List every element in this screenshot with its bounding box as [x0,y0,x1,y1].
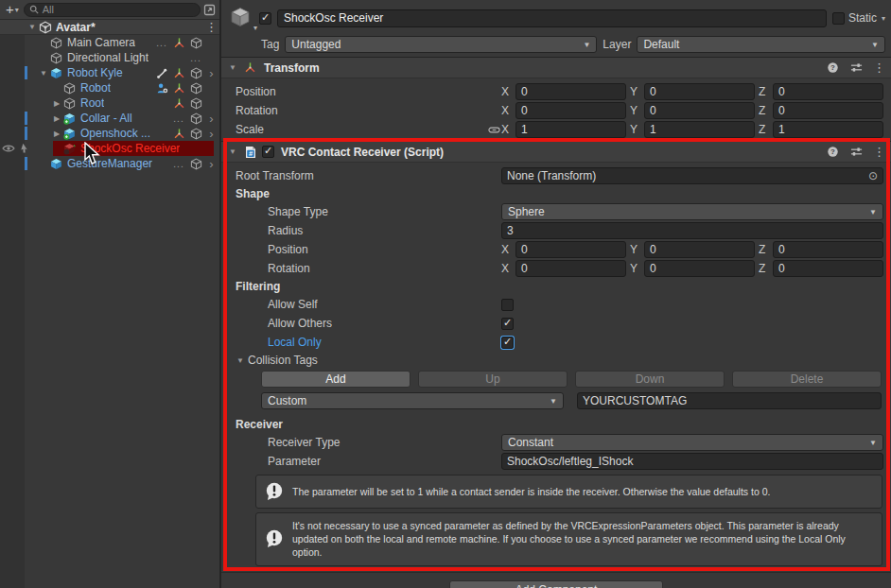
row-chevron-icon[interactable]: › [205,128,218,140]
mesh-cube-icon[interactable] [188,36,203,50]
pickability-hand-icon[interactable] [18,143,30,155]
object-picker-icon[interactable]: ⊙ [868,169,878,182]
link-scale-icon[interactable] [486,126,501,134]
mesh-cube-icon[interactable] [188,96,203,111]
mesh-cube-icon[interactable] [188,112,203,126]
transform-gizmo-icon[interactable] [171,127,186,141]
mesh-cube-icon[interactable] [188,66,203,80]
preset-icon[interactable] [849,145,864,159]
delete-button[interactable]: Delete [732,371,882,388]
foldout-arrow-icon[interactable]: ▼ [26,23,38,31]
allow-self-checkbox[interactable] [501,299,514,311]
avatar-icon[interactable] [154,81,169,95]
transform-gizmo-icon[interactable] [171,66,186,80]
hierarchy-row[interactable]: Robot [0,80,219,95]
row-chevron-icon[interactable]: › [205,158,218,170]
component-enabled-checkbox[interactable] [262,146,274,158]
foldout-arrow-icon[interactable]: ▶ [51,130,62,138]
collision-tags-buttons: Add Up Down Delete [261,371,882,388]
tag-dropdown[interactable]: Untagged ▼ [285,36,597,53]
scale-y-field[interactable]: 1 [644,121,755,138]
search-input[interactable]: All [24,3,201,17]
gameobject-icon[interactable]: ▾ [229,6,253,30]
bone-icon[interactable] [154,66,169,80]
hierarchy-row[interactable]: ShockOsc Receiver [0,141,219,156]
kebab-menu-icon[interactable]: ⋮ [205,20,218,34]
foldout-arrow-icon[interactable]: ▶ [51,99,62,108]
gameobject-name-field[interactable]: ShockOsc Receiver [277,9,827,27]
rotation-z-field[interactable]: 0 [773,102,883,119]
transform-gizmo-icon[interactable] [171,36,186,50]
layer-dropdown[interactable]: Default ▼ [637,36,885,53]
foldout-arrow-icon[interactable]: ▼ [227,63,238,72]
rotation-x-field[interactable]: 0 [515,102,626,119]
scene-row[interactable]: ▼Avatar*⋮ [0,20,219,35]
local-only-checkbox[interactable] [501,337,514,349]
info-icon [264,528,285,549]
foldout-arrow-icon[interactable]: ▼ [38,69,49,78]
layer-label: Layer [603,38,631,51]
add-button[interactable]: Add [261,371,411,388]
help-icon[interactable]: ? [826,145,840,159]
mesh-cube-icon[interactable] [188,157,203,171]
shape-position-row: Position X0 Y0 Z0 [221,240,887,259]
shape-rotation-y-field[interactable]: 0 [644,260,755,277]
allow-self-row: Allow Self [221,295,887,314]
row-chevron-icon[interactable]: › [205,67,218,79]
foldout-arrow-icon[interactable]: ▼ [227,147,238,156]
info-box-sync: It's not necessary to use a synced param… [255,512,882,566]
gameobject-name: Root [80,96,104,110]
mesh-cube-icon[interactable] [188,81,203,95]
preset-icon[interactable] [849,61,864,75]
collision-tag-dropdown[interactable]: Custom ▼ [261,392,564,409]
shape-position-x-field[interactable]: 0 [515,241,626,258]
up-button[interactable]: Up [418,371,568,388]
component-title: VRC Contact Receiver (Script) [281,146,444,159]
foldout-arrow-icon[interactable]: ▶ [51,114,62,123]
custom-tag-field[interactable]: YOURCUSTOMTAG [577,392,882,409]
row-chevron-icon[interactable]: › [205,112,218,125]
hierarchy-row[interactable]: ▶Openshock ...› [0,126,219,141]
shape-type-dropdown[interactable]: Sphere ▼ [501,203,883,220]
shape-position-z-field[interactable]: 0 [773,241,883,258]
shape-position-y-field[interactable]: 0 [644,241,755,258]
radius-field[interactable]: 3 [501,222,883,239]
allow-others-checkbox[interactable] [501,318,514,330]
scale-x-field[interactable]: 1 [515,121,626,138]
active-checkbox[interactable] [259,12,271,25]
static-dropdown-caret[interactable]: ▾ [882,14,885,23]
kebab-menu-icon[interactable]: ⋮ [873,145,885,159]
transform-gizmo-icon[interactable] [171,81,186,95]
rotation-y-field[interactable]: 0 [644,102,755,119]
hierarchy-row[interactable]: Directional Light... [0,50,219,65]
hierarchy-row[interactable]: ▶Root [0,95,219,111]
shape-rotation-x-field[interactable]: 0 [515,260,626,277]
transform-gizmo-icon[interactable] [171,96,186,111]
position-y-field[interactable]: 0 [644,83,755,100]
visibility-eye-icon[interactable] [2,144,15,153]
receiver-type-dropdown[interactable]: Constant ▼ [501,434,883,451]
collision-tags-foldout[interactable]: ▼ Collision Tags [221,352,887,369]
expand-window-icon[interactable] [203,4,216,16]
hierarchy-row[interactable]: Main Camera... [0,35,219,50]
kebab-menu-icon[interactable]: ⋮ [873,61,885,75]
down-button[interactable]: Down [575,371,725,388]
hierarchy-row[interactable]: GestureManager...› [0,156,219,171]
create-button[interactable]: + ▾ [4,3,21,16]
hierarchy-row[interactable]: ▼Robot Kyle› [0,65,219,80]
transform-header[interactable]: ▼ Transform ? ⋮ [221,57,891,78]
position-z-field[interactable]: 0 [773,83,883,100]
hierarchy-row[interactable]: ▶Collar - All...› [0,111,219,126]
scale-z-field[interactable]: 1 [773,121,883,138]
shape-rotation-z-field[interactable]: 0 [773,260,883,277]
static-checkbox[interactable] [832,12,845,25]
parameter-field[interactable]: ShockOsc/leftleg_IShock [501,453,883,470]
help-icon[interactable]: ? [826,61,840,75]
root-transform-field[interactable]: None (Transform) ⊙ [501,167,883,184]
position-x-field[interactable]: 0 [515,83,626,100]
mesh-cube-icon[interactable] [188,127,203,141]
vrc-contact-receiver-header[interactable]: ▼ # VRC Contact Receiver (Script) ? ⋮ [221,141,891,163]
gameobject-cube-icon [49,51,63,65]
gameobject-name: GestureManager [67,157,152,170]
add-component-button[interactable]: Add Component [449,580,663,588]
